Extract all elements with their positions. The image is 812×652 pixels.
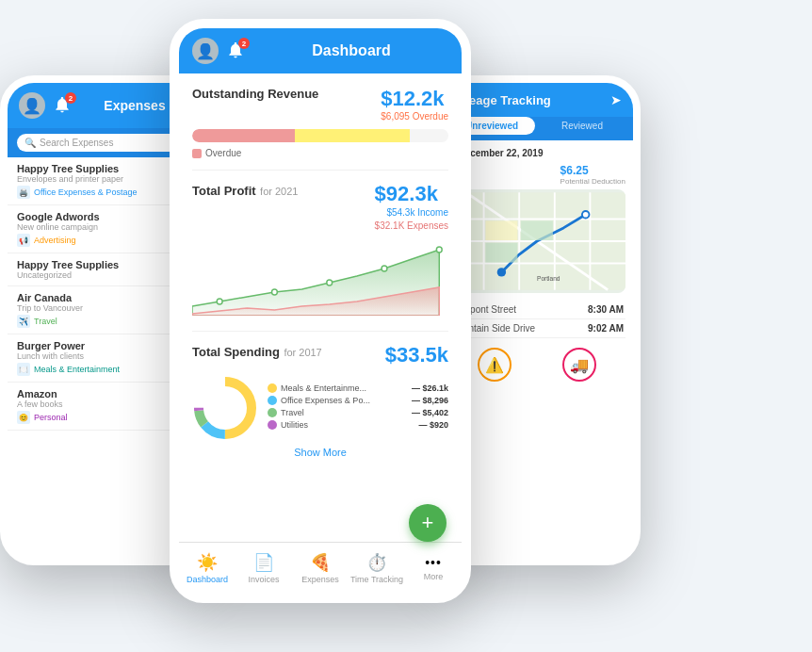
nav-more[interactable]: ••• More bbox=[405, 555, 462, 581]
trip-row: 5 Dupont Street 8:30 AM bbox=[448, 301, 625, 319]
svg-rect-24 bbox=[485, 220, 517, 240]
svg-point-21 bbox=[583, 212, 589, 218]
time-icon: ⏱️ bbox=[366, 552, 387, 573]
nav-dashboard[interactable]: ☀️ Dashboard bbox=[179, 552, 235, 584]
income-line: $54.3k Income bbox=[375, 206, 448, 220]
nav-expenses-label: Expenses bbox=[301, 575, 339, 584]
spending-item: Office Expenses & Po... — $8,296 bbox=[268, 396, 448, 405]
spending-value-label: — $5,402 bbox=[412, 408, 448, 417]
right-actions: ⚠️ 🚚 bbox=[448, 338, 625, 385]
spending-label: Meals & Entertainme... bbox=[281, 383, 408, 393]
expense-desc: New online campaign bbox=[17, 222, 190, 232]
spending-section: Total Spending for 2017 $33.5k bbox=[192, 343, 448, 469]
svg-rect-23 bbox=[521, 220, 553, 240]
expense-desc: A few books bbox=[17, 399, 190, 409]
spending-item: Meals & Entertainme... — $26.1k bbox=[268, 383, 448, 393]
deduction-box: $6.25 Potential Deduction bbox=[448, 164, 625, 186]
delivery-button[interactable]: 🚚 bbox=[562, 348, 596, 382]
notification-badge[interactable]: 2 bbox=[53, 95, 73, 116]
right-title: Mileage Tracking bbox=[452, 93, 605, 107]
spending-label: Utilities bbox=[281, 420, 414, 430]
revenue-header: Outstanding Revenue $12.2k $6,095 Overdu… bbox=[192, 87, 448, 122]
svg-point-19 bbox=[497, 268, 506, 276]
category-label: Meals & Entertainment bbox=[34, 365, 120, 374]
tab-reviewed[interactable]: Reviewed bbox=[539, 117, 625, 135]
spending-dot bbox=[268, 383, 277, 393]
category-icon: 😊 bbox=[17, 411, 30, 424]
profit-title-block: Total Profit for 2021 bbox=[192, 182, 298, 199]
spending-header: Total Spending for 2017 $33.5k bbox=[192, 343, 448, 367]
expense-name: Burger Power bbox=[17, 340, 190, 351]
deduction-value: $6.25 bbox=[560, 164, 625, 177]
show-more[interactable]: Show More bbox=[192, 447, 448, 458]
dashboard-icon: ☀️ bbox=[197, 552, 218, 573]
svg-point-2 bbox=[327, 280, 333, 285]
profit-value-block: $92.3k $54.3k Income $32.1K Expenses bbox=[375, 182, 448, 233]
nav-invoices-label: Invoices bbox=[248, 575, 279, 584]
nav-more-label: More bbox=[424, 572, 444, 581]
search-inner[interactable]: 🔍 Search Expenses bbox=[17, 134, 190, 152]
fab-button[interactable]: + bbox=[409, 504, 447, 542]
progress-bar bbox=[192, 129, 448, 142]
legend: Overdue bbox=[192, 148, 448, 158]
nav-time[interactable]: ⏱️ Time Tracking bbox=[349, 552, 405, 584]
truck-icon: 🚚 bbox=[570, 356, 589, 374]
spending-row: Meals & Entertainme... — $26.1k Office E… bbox=[192, 375, 448, 441]
avatar: 👤 bbox=[19, 92, 45, 119]
revenue-overdue: $6,095 Overdue bbox=[381, 111, 448, 122]
expense-name: Amazon bbox=[17, 388, 190, 399]
spending-label: Office Expenses & Po... bbox=[281, 396, 408, 405]
svg-point-1 bbox=[272, 289, 278, 295]
spending-dot bbox=[268, 396, 277, 405]
revenue-value: $12.2k bbox=[381, 87, 448, 111]
profit-period: for 2021 bbox=[260, 186, 298, 197]
deduction-info: $6.25 Potential Deduction bbox=[560, 164, 625, 186]
income-values: $54.3k Income $32.1K Expenses bbox=[375, 206, 448, 233]
nav-expenses[interactable]: 🍕 Expenses bbox=[292, 552, 349, 584]
spending-label: Travel bbox=[281, 408, 408, 417]
warning-icon: ⚠️ bbox=[485, 356, 504, 374]
profit-section: Total Profit for 2021 $92.3k $54.3k Inco… bbox=[192, 182, 448, 332]
spending-title-block: Total Spending for 2017 bbox=[192, 343, 322, 360]
category-icon: ✈️ bbox=[17, 315, 30, 328]
center-notification[interactable]: 2 bbox=[226, 41, 247, 61]
send-icon[interactable]: ➤ bbox=[610, 92, 622, 107]
spending-value: $33.5k bbox=[385, 343, 448, 367]
profit-value: $92.3k bbox=[375, 182, 448, 206]
revenue-title: Outstanding Revenue bbox=[192, 87, 318, 101]
center-badge: 2 bbox=[238, 38, 250, 49]
search-icon: 🔍 bbox=[24, 138, 36, 148]
svg-point-0 bbox=[217, 299, 222, 304]
legend-dot bbox=[192, 149, 202, 158]
map-area: Portland bbox=[448, 189, 625, 293]
spending-value-label: — $8,296 bbox=[412, 396, 448, 405]
category-icon: 🖨️ bbox=[17, 186, 30, 199]
profit-header: Total Profit for 2021 $92.3k $54.3k Inco… bbox=[192, 182, 448, 233]
expense-category: 📢 Advertising bbox=[17, 234, 190, 247]
nav-invoices[interactable]: 📄 Invoices bbox=[235, 552, 292, 584]
svg-text:Portland: Portland bbox=[537, 275, 560, 282]
expense-name: Air Canada bbox=[17, 292, 190, 303]
category-label: Office Expenses & Postage bbox=[34, 187, 137, 197]
expense-desc: Envelopes and printer paper bbox=[17, 174, 190, 184]
warning-button[interactable]: ⚠️ bbox=[478, 348, 512, 382]
spending-item: Utilities — $920 bbox=[268, 420, 448, 430]
spending-title: Total Spending bbox=[192, 345, 280, 359]
category-label: Personal bbox=[34, 413, 68, 422]
search-placeholder: Search Expenses bbox=[40, 138, 113, 148]
profit-chart bbox=[192, 240, 448, 316]
svg-rect-22 bbox=[485, 243, 517, 263]
date-header: v, December 22, 2019 bbox=[448, 148, 625, 158]
expense-name: Happy Tree Supplies bbox=[17, 259, 190, 270]
spending-item: Travel — $5,402 bbox=[268, 408, 448, 417]
more-icon: ••• bbox=[425, 555, 442, 570]
center-avatar: 👤 bbox=[192, 38, 219, 64]
trip-row: Mountain Side Drive 9:02 AM bbox=[448, 319, 625, 338]
nav-time-label: Time Tracking bbox=[350, 575, 403, 584]
expenses-icon: 🍕 bbox=[310, 552, 331, 573]
expense-name: Google Adwords bbox=[17, 211, 190, 222]
spending-dot bbox=[268, 408, 277, 417]
revenue-value-block: $12.2k $6,095 Overdue bbox=[381, 87, 448, 122]
expense-category: ✈️ Travel bbox=[17, 315, 190, 328]
svg-point-9 bbox=[206, 389, 244, 427]
